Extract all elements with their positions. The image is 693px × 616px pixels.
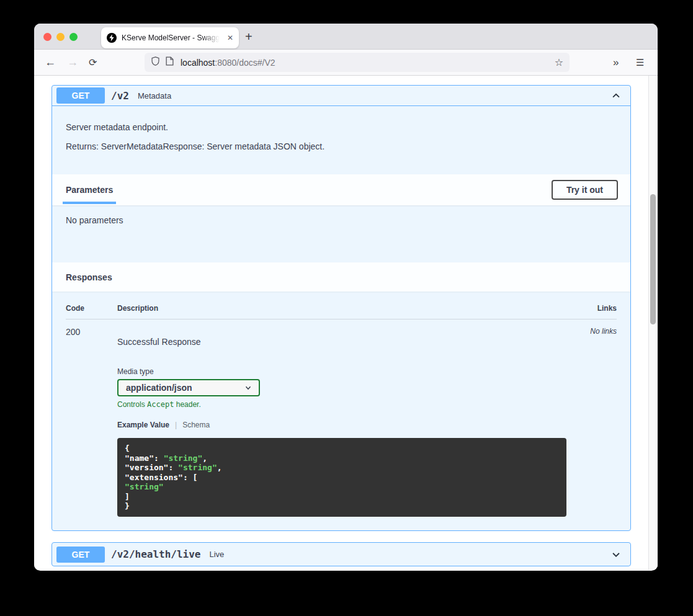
url-path: :8080/docs#/V2 (215, 58, 275, 68)
response-row-200: 200 Successful Response Media type appli… (66, 319, 617, 517)
column-header-description: Description (117, 304, 573, 313)
try-it-out-button[interactable]: Try it out (552, 180, 618, 200)
maximize-window-button[interactable] (69, 33, 78, 41)
bookmark-star-icon[interactable]: ☆ (555, 56, 563, 68)
tab-divider: | (175, 421, 177, 429)
response-links: No links (573, 327, 617, 517)
hint-suffix: header. (174, 400, 200, 409)
fastapi-bolt-icon (107, 33, 117, 43)
response-description-cell: Successful Response Media type applicati… (117, 327, 573, 517)
scrollbar-thumb[interactable] (650, 194, 656, 324)
tab-close-icon[interactable]: ✕ (227, 33, 233, 42)
chevron-down-icon (244, 383, 253, 392)
refresh-icon[interactable]: ⟳ (89, 50, 97, 75)
endpoint-summary: Metadata (138, 91, 171, 100)
tab-example-value[interactable]: Example Value (117, 421, 169, 429)
close-window-button[interactable] (43, 33, 51, 41)
method-badge-get: GET (56, 87, 105, 104)
url-host: localhost (181, 58, 215, 68)
opblock-get-v2-health-live: GET /v2/health/live Live (51, 542, 631, 566)
url-text[interactable]: localhost:8080/docs#/V2 (181, 58, 275, 68)
description-line: Returns: ServerMetadataResponse: Server … (66, 141, 617, 151)
back-icon[interactable]: ← (45, 50, 56, 75)
media-type-value: application/json (126, 383, 192, 393)
hint-prefix: Controls (117, 400, 147, 409)
responses-body: Code Description Links 200 Successful Re… (52, 292, 630, 529)
tab-title: KServe ModelServer - Swagger UI (122, 33, 220, 42)
no-parameters-message: No parameters (52, 205, 630, 262)
endpoint-summary: Live (210, 550, 225, 559)
opblock-health-live-header[interactable]: GET /v2/health/live Live (52, 543, 630, 566)
parameters-header: Parameters Try it out (52, 174, 630, 205)
chevron-down-icon[interactable] (610, 549, 622, 560)
swagger-page: GET /v2 Metadata Server metadata endpoin… (34, 76, 658, 570)
browser-window: KServe ModelServer - Swagger UI ✕ + ← → … (34, 24, 658, 571)
tab-strip: KServe ModelServer - Swagger UI ✕ + (34, 24, 658, 50)
browser-tab[interactable]: KServe ModelServer - Swagger UI ✕ (101, 27, 239, 48)
endpoint-path: /v2/health/live (111, 548, 201, 560)
browser-toolbar: ← → ⟳ localhost:8080/docs#/V2 ☆ » ☰ (34, 50, 658, 76)
toolbar-overflow-icon[interactable]: » (613, 50, 617, 75)
media-type-label: Media type (117, 367, 573, 376)
tab-parameters: Parameters (66, 185, 113, 195)
shield-icon[interactable] (151, 56, 160, 69)
opblock-get-v2: GET /v2 Metadata Server metadata endpoin… (51, 85, 631, 531)
minimize-window-button[interactable] (56, 33, 65, 41)
description-line: Server metadata endpoint. (66, 122, 617, 132)
response-code: 200 (66, 327, 117, 517)
column-header-links: Links (573, 304, 617, 313)
endpoint-description: Server metadata endpoint. Returns: Serve… (52, 106, 630, 174)
endpoint-path: /v2 (111, 90, 129, 102)
response-description: Successful Response (117, 337, 573, 347)
tab-schema[interactable]: Schema (182, 421, 210, 429)
column-header-code: Code (66, 304, 117, 313)
page-scrollbar[interactable] (648, 76, 658, 570)
media-type-select[interactable]: application/json (117, 379, 260, 396)
accept-header-hint: Controls Accept header. (117, 400, 573, 409)
forward-icon: → (67, 50, 78, 75)
page-info-icon[interactable] (166, 56, 174, 68)
method-badge-get: GET (56, 547, 105, 563)
responses-header: Responses (52, 262, 630, 292)
url-bar[interactable]: localhost:8080/docs#/V2 ☆ (145, 53, 570, 72)
new-tab-button[interactable]: + (245, 29, 253, 45)
hamburger-menu-icon[interactable]: ☰ (636, 50, 644, 75)
model-example-tabs: Example Value | Schema (117, 421, 573, 429)
hint-accept-mono: Accept (147, 400, 174, 409)
example-json-code[interactable]: { "name": "string", "version": "string",… (117, 438, 566, 517)
opblock-get-v2-header[interactable]: GET /v2 Metadata (52, 86, 630, 106)
chevron-up-icon[interactable] (610, 90, 622, 101)
responses-table-header: Code Description Links (66, 301, 617, 319)
